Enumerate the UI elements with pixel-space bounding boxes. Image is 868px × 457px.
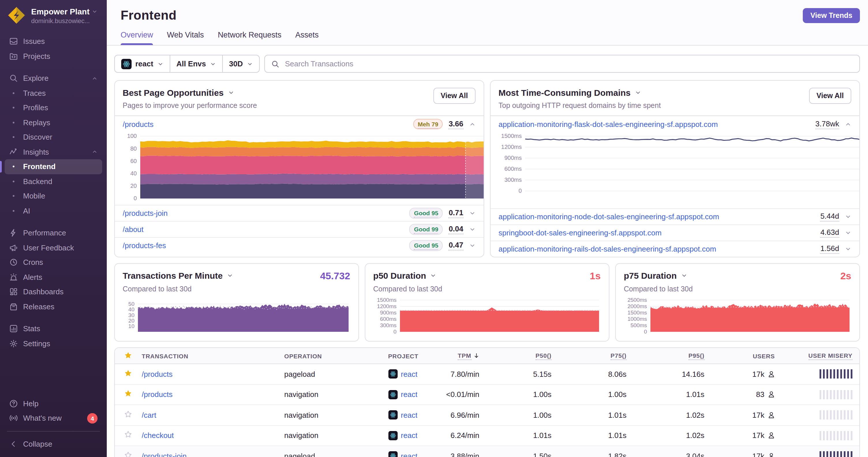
chevron-down-icon[interactable] <box>228 90 234 96</box>
sidebar-item-explore[interactable]: Explore <box>5 71 102 86</box>
sidebar-item-crons[interactable]: Crons <box>5 255 102 270</box>
chevron-down-icon[interactable] <box>469 226 475 232</box>
svg-text:900ms: 900ms <box>504 155 521 161</box>
sidebar-item-profiles[interactable]: Profiles <box>5 100 102 115</box>
star-icon[interactable] <box>124 390 132 400</box>
sidebar-item-settings[interactable]: Settings <box>5 336 102 351</box>
chevron-down-icon[interactable] <box>469 242 475 249</box>
page-link[interactable]: /products-fes <box>123 241 166 250</box>
transaction-row[interactable]: /checkoutnavigationreact6.24/min1.01s1.0… <box>115 426 859 446</box>
operation-cell: navigation <box>284 390 388 399</box>
sidebar-item-user-feedback[interactable]: User Feedback <box>5 240 102 255</box>
domains-title: Most Time-Consuming Domains <box>499 88 631 98</box>
domain-link[interactable]: application-monitoring-node-dot-sales-en… <box>499 213 719 221</box>
project-link[interactable]: react <box>401 452 417 457</box>
project-link[interactable]: react <box>401 431 417 440</box>
star-icon[interactable] <box>124 410 132 420</box>
sidebar-item-performance[interactable]: Performance <box>5 226 102 240</box>
tab-web-vitals[interactable]: Web Vitals <box>167 31 204 45</box>
sidebar-item-mobile[interactable]: Mobile <box>5 189 102 203</box>
transaction-link[interactable]: /checkout <box>142 431 174 440</box>
project-link[interactable]: react <box>401 411 417 420</box>
sidebar-item-insights[interactable]: Insights <box>5 144 102 159</box>
chevron-down-icon[interactable] <box>845 230 851 236</box>
search-box[interactable] <box>264 55 860 73</box>
column-header[interactable]: PROJECT <box>388 352 436 359</box>
search-input[interactable] <box>284 59 853 69</box>
sidebar-item-alerts[interactable]: Alerts <box>5 270 102 285</box>
transaction-row[interactable]: /productspageloadreact7.80/min5.15s8.06s… <box>115 364 859 385</box>
page-link[interactable]: /about <box>123 225 144 234</box>
sidebar-item-releases[interactable]: Releases <box>5 299 102 314</box>
column-header[interactable]: USER MISERY <box>775 352 859 360</box>
tab-overview[interactable]: Overview <box>121 31 153 45</box>
sidebar-item-issues[interactable]: Issues <box>5 34 102 49</box>
chevron-down-icon[interactable] <box>469 210 475 217</box>
page-link[interactable]: /products <box>123 120 154 128</box>
project-link[interactable]: react <box>401 370 417 379</box>
chevron-down-icon[interactable] <box>845 214 851 220</box>
column-header[interactable]: USERS <box>704 352 775 359</box>
transaction-link[interactable]: /cart <box>142 411 156 420</box>
user-misery-cell <box>775 452 859 457</box>
sidebar-item-what-s-new[interactable]: What's new4 <box>5 411 102 426</box>
tab-network-requests[interactable]: Network Requests <box>218 31 282 45</box>
score-badge: Good 95 <box>409 208 443 219</box>
best-pages-view-all-button[interactable]: View All <box>433 88 475 104</box>
column-header[interactable]: OPERATION <box>284 352 388 359</box>
sidebar-item-backend[interactable]: Backend <box>5 174 102 189</box>
transaction-link[interactable]: /products <box>142 390 173 399</box>
column-header[interactable]: TRANSACTION <box>142 352 284 359</box>
sidebar-item-stats[interactable]: Stats <box>5 321 102 336</box>
project-filter[interactable]: react <box>115 55 169 72</box>
svg-text:600ms: 600ms <box>380 316 396 322</box>
domain-link[interactable]: application-monitoring-rails-dot-sales-e… <box>499 244 716 253</box>
chevron-down-icon[interactable] <box>430 272 437 279</box>
column-header[interactable]: P95() <box>626 352 704 360</box>
page-link[interactable]: /products-join <box>123 209 168 218</box>
sidebar-item-label: Replays <box>23 118 50 127</box>
sidebar-item-dashboards[interactable]: Dashboards <box>5 285 102 299</box>
chevron-down-icon[interactable] <box>227 272 233 279</box>
sidebar-item-discover[interactable]: Discover <box>5 130 102 144</box>
sidebar-item-traces[interactable]: Traces <box>5 86 102 100</box>
column-header[interactable]: P50() <box>479 352 552 360</box>
column-header-sorted[interactable]: TPM <box>436 352 479 360</box>
star-icon[interactable] <box>124 351 132 360</box>
view-trends-button[interactable]: View Trends <box>803 8 860 23</box>
transaction-link[interactable]: /products-join <box>142 452 187 457</box>
sidebar-item-ai[interactable]: AI <box>5 203 102 218</box>
bullet-icon <box>9 122 18 124</box>
chevron-up-icon[interactable] <box>469 121 475 127</box>
sidebar-item-projects[interactable]: Projects <box>5 49 102 63</box>
domains-view-all-button[interactable]: View All <box>809 88 851 104</box>
star-icon[interactable] <box>124 431 132 440</box>
domain-link[interactable]: springboot-dot-sales-engineering-sf.apps… <box>499 228 662 237</box>
org-switcher[interactable]: Empower Plant dominik.buszowiec... <box>0 0 107 29</box>
chevron-down-icon[interactable] <box>681 272 687 279</box>
star-icon[interactable] <box>124 369 132 379</box>
tpm-chart: 1020304050 <box>123 297 350 336</box>
transaction-row[interactable]: /cartnavigationreact6.96/min1.00s1.01s1.… <box>115 405 859 426</box>
sidebar-item-label: Releases <box>23 302 54 311</box>
tab-assets[interactable]: Assets <box>295 31 318 45</box>
p50-cell: 1.00s <box>479 411 552 420</box>
transaction-row[interactable]: /products-joinpageloadreact3.88/min1.50s… <box>115 446 859 457</box>
transaction-link[interactable]: /products <box>142 370 173 379</box>
sidebar-item-label: Help <box>23 399 39 408</box>
column-header[interactable]: P75() <box>552 352 626 360</box>
project-link[interactable]: react <box>401 390 417 399</box>
environment-filter[interactable]: All Envs <box>169 55 222 72</box>
chevron-down-icon[interactable] <box>845 246 851 252</box>
date-range-filter[interactable]: 30D <box>222 55 259 72</box>
sidebar-item-collapse[interactable]: Collapse <box>5 436 102 451</box>
sidebar-item-help[interactable]: Help <box>5 396 102 411</box>
sidebar-item-frontend[interactable]: Frontend <box>5 159 102 174</box>
sidebar-item-replays[interactable]: Replays <box>5 115 102 130</box>
chevron-up-icon[interactable] <box>845 121 851 127</box>
domain-link[interactable]: application-monitoring-flask-dot-sales-e… <box>499 120 718 128</box>
transaction-row[interactable]: /productsnavigationreact<0.01/min1.00s1.… <box>115 385 859 405</box>
star-icon[interactable] <box>124 451 132 457</box>
chevron-down-icon[interactable] <box>634 90 641 96</box>
opportunity-score: 0.47 <box>449 240 463 251</box>
